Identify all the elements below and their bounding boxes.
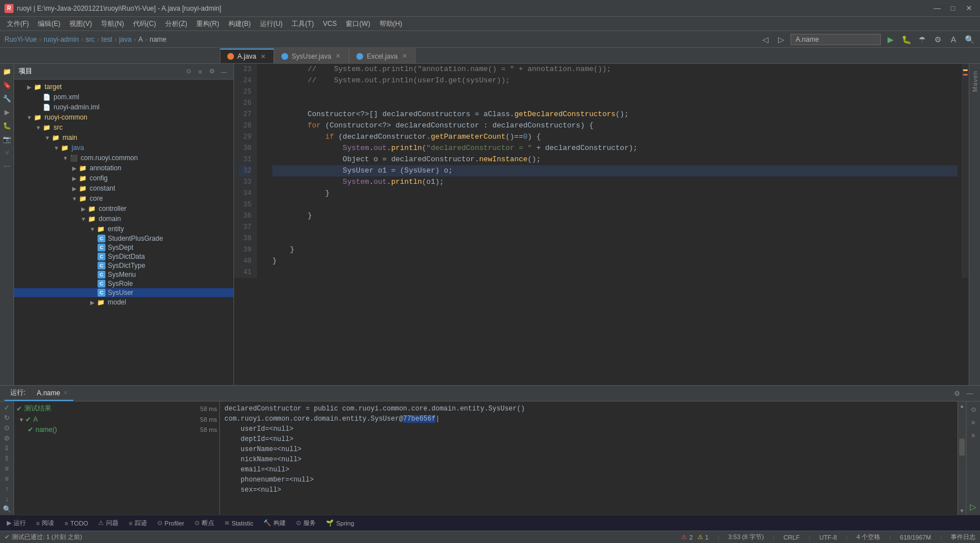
crt-btn-3[interactable]: ≡ (968, 430, 979, 441)
sidebar-run-icon[interactable]: ▶ (1, 107, 12, 118)
tab-a-java[interactable]: A.java ✕ (220, 48, 274, 63)
bl-icon-4[interactable]: ⊘ (1, 434, 12, 442)
console-scroll-down-button[interactable]: ▼ (958, 506, 966, 515)
maximize-button[interactable]: □ (946, 3, 960, 14)
status-event-log[interactable]: 事件日志 (951, 533, 975, 541)
tree-item-SysDept[interactable]: C SysDept (14, 243, 233, 252)
crt-btn-2[interactable]: ≡ (968, 417, 979, 428)
sidebar-bookmark-icon[interactable]: 🔖 (1, 80, 12, 91)
menu-item-b[interactable]: 构建(B) (224, 17, 255, 30)
menu-item-z[interactable]: 分析(Z) (161, 17, 192, 30)
menu-item-c[interactable]: 代码(C) (129, 17, 161, 30)
sidebar-git-icon[interactable]: ⑂ (1, 147, 12, 158)
menu-item-n[interactable]: 导航(N) (96, 17, 129, 30)
bottom-tab-aname-close[interactable]: ✕ (63, 390, 68, 396)
tab-close-a-java[interactable]: ✕ (259, 53, 267, 60)
bl-icon-11[interactable]: 🔍 (1, 505, 12, 513)
tree-item-constant[interactable]: ▶ 📁 constant (14, 183, 233, 193)
bl-icon-6[interactable]: ⇧ (1, 454, 12, 462)
tree-item-SysRole[interactable]: C SysRole (14, 279, 233, 288)
nav-run-button[interactable]: ▶ (884, 33, 897, 46)
test-results-header[interactable]: ✔ 测试结果 58 ms (14, 403, 219, 414)
tree-item-src[interactable]: ▼ 📁 src (14, 122, 233, 133)
breadcrumb-test[interactable]: test (101, 36, 112, 43)
console-scroll-track[interactable] (958, 410, 966, 506)
tree-item-com-ruoyi-common[interactable]: ▼ ⬛ com.ruoyi.common (14, 153, 233, 163)
bottom-tab-run[interactable]: 运行: (5, 386, 31, 401)
run-bar-breakpoint[interactable]: ⊙ 断点 (190, 518, 219, 528)
project-tool-locate[interactable]: ⊙ (183, 67, 193, 77)
status-encoding[interactable]: CRLF (783, 534, 800, 541)
run-bar-run[interactable]: ▶ 运行 (2, 518, 30, 528)
run-bar-problem[interactable]: ⚠ 问题 (94, 518, 123, 528)
nav-back-button[interactable]: ◁ (759, 33, 771, 46)
project-tool-expand[interactable]: ≡ (195, 67, 205, 77)
nav-debug-button[interactable]: 🐛 (900, 33, 912, 46)
breadcrumb-A[interactable]: A (138, 36, 143, 43)
menu-item-v[interactable]: 视图(V) (65, 17, 96, 30)
run-bar-profiler[interactable]: ⊙ Profiler (153, 518, 189, 528)
nav-forward-button[interactable]: ▷ (775, 33, 787, 46)
sidebar-more-icon[interactable]: ⋯ (1, 161, 12, 172)
tree-item-pom[interactable]: 📄 pom.xml (14, 92, 233, 102)
run-bar-service[interactable]: ⊙ 服务 (292, 518, 320, 528)
test-item-A[interactable]: ▼ ✔ A 58 ms (14, 414, 219, 425)
crt-btn-1[interactable]: ⊙ (968, 404, 979, 415)
bottom-minimize-button[interactable]: — (964, 388, 975, 399)
tab-sysuser-java[interactable]: SysUser.java ✕ (274, 48, 349, 63)
nav-translate-button[interactable]: A (947, 33, 960, 46)
tree-item-iml[interactable]: 📄 ruoyi-admin.iml (14, 102, 233, 112)
breadcrumb-java[interactable]: java (119, 36, 131, 43)
run-bar-build[interactable]: 🔨 构建 (259, 518, 290, 528)
bl-icon-2[interactable]: ↻ (1, 414, 12, 422)
run-bar-statistic[interactable]: ≋ Statistic (220, 518, 258, 528)
tree-item-config[interactable]: ▶ 📁 config (14, 173, 233, 183)
tree-item-main[interactable]: ▼ 📁 main (14, 133, 233, 143)
breadcrumb-ruoyi-vue[interactable]: RuoYi-Vue (5, 36, 37, 43)
tree-item-target[interactable]: ▶ 📁 target (14, 82, 233, 92)
minimize-button[interactable]: — (930, 3, 944, 14)
tab-close-excel-java[interactable]: ✕ (401, 52, 408, 60)
menu-item-vcs[interactable]: VCS (319, 18, 342, 29)
tree-item-core[interactable]: ▼ 📁 core (14, 193, 233, 204)
menu-item-t[interactable]: 工具(T) (287, 17, 318, 30)
nav-search2-button[interactable]: 🔍 (963, 33, 975, 46)
run-bar-spring[interactable]: 🌱 Spring (321, 518, 359, 528)
menu-item-r[interactable]: 重构(R) (192, 17, 224, 30)
bl-icon-3[interactable]: ⊙ (1, 424, 12, 432)
menu-item-w[interactable]: 窗口(W) (341, 17, 374, 30)
bottom-settings-button[interactable]: ⚙ (951, 388, 963, 399)
tree-item-entity[interactable]: ▼ 📁 entity (14, 224, 233, 234)
sidebar-camera-icon[interactable]: 📷 (1, 134, 12, 145)
menu-item-h[interactable]: 帮助(H) (375, 17, 407, 30)
tree-item-controller[interactable]: ▶ 📁 controller (14, 204, 233, 214)
tab-excel-java[interactable]: Excel.java ✕ (349, 48, 416, 63)
bl-icon-5[interactable]: ⇩ (1, 444, 12, 452)
tree-item-java[interactable]: ▼ 📁 java (14, 143, 233, 153)
status-position[interactable]: 3:53 (8 字节) (729, 533, 764, 541)
tree-item-SysMenu[interactable]: C SysMenu (14, 270, 233, 279)
bl-icon-8[interactable]: ≡ (1, 475, 12, 483)
status-indent[interactable]: 4 个空格 (857, 533, 880, 541)
breadcrumb-src[interactable]: src (86, 36, 95, 43)
tree-item-annotation[interactable]: ▶ 📁 annotation (14, 163, 233, 173)
code-editor[interactable]: 23 24 25 26 27 28 29 30 31 32 33 34 35 3… (234, 64, 969, 385)
breadcrumb-name[interactable]: name (149, 36, 166, 43)
run-bar-todo[interactable]: ≡ TODO (60, 519, 92, 528)
sidebar-project-icon[interactable]: 📁 (1, 66, 12, 77)
crt-btn-softref[interactable]: ▷ (968, 501, 979, 513)
nav-coverage-button[interactable]: ☂ (916, 33, 928, 46)
bl-icon-9[interactable]: ↑ (1, 485, 12, 493)
console-output[interactable]: declaredConstructor = public com.ruoyi.c… (220, 401, 957, 515)
menu-item-f[interactable]: 文件(F) (2, 17, 33, 30)
tree-item-SysDictData[interactable]: C SysDictData (14, 252, 233, 261)
sidebar-debug-icon[interactable]: 🐛 (1, 120, 12, 131)
tree-item-model[interactable]: ▶ 📁 model (14, 297, 233, 307)
nav-settings-button[interactable]: ⚙ (932, 33, 944, 46)
menu-item-u[interactable]: 运行(U) (255, 17, 288, 30)
nav-search-input[interactable] (791, 34, 881, 45)
bl-icon-10[interactable]: ↓ (1, 495, 12, 503)
bl-icon-7[interactable]: ≡ (1, 465, 12, 473)
tree-item-SysDictType[interactable]: C SysDictType (14, 261, 233, 270)
tree-item-domain[interactable]: ▼ 📁 domain (14, 214, 233, 224)
